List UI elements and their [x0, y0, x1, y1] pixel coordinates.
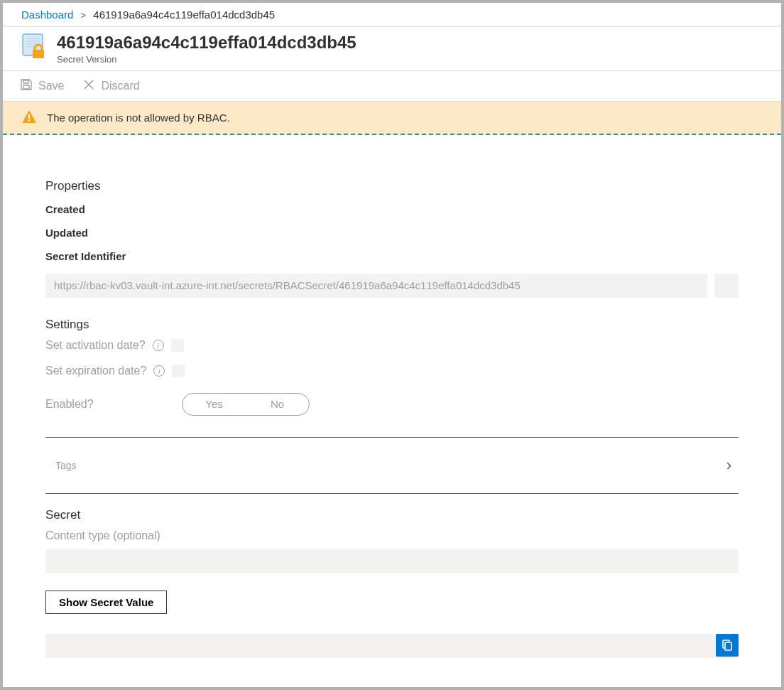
- svg-rect-6: [28, 114, 30, 119]
- svg-rect-5: [33, 50, 44, 58]
- set-expiration-date-label: Set expiration date?: [45, 365, 146, 377]
- created-label: Created: [45, 203, 739, 215]
- show-secret-value-button[interactable]: Show Secret Value: [45, 591, 167, 614]
- divider: [45, 493, 739, 494]
- warning-banner: The operation is not allowed by RBAC.: [3, 101, 781, 135]
- warning-icon: [21, 109, 37, 126]
- enabled-yes-option[interactable]: Yes: [183, 394, 246, 415]
- copy-identifier-button[interactable]: [714, 274, 739, 298]
- info-icon[interactable]: i: [153, 365, 165, 377]
- svg-rect-9: [725, 642, 731, 650]
- secret-heading: Secret: [45, 508, 739, 522]
- enabled-label: Enabled?: [45, 398, 182, 411]
- svg-rect-7: [28, 120, 30, 122]
- info-icon[interactable]: i: [153, 340, 164, 351]
- secret-identifier-field: https://rbac-kv03.vault-int.azure-int.ne…: [45, 274, 707, 298]
- save-label: Save: [38, 80, 64, 92]
- enabled-toggle[interactable]: Yes No: [182, 393, 310, 416]
- properties-heading: Properties: [45, 179, 739, 193]
- page-title: 461919a6a94c4c119effa014dcd3db45: [57, 33, 356, 53]
- content-type-label: Content type (optional): [45, 529, 739, 542]
- set-activation-date-checkbox[interactable]: [171, 339, 184, 352]
- secret-value-field: [45, 634, 739, 658]
- warning-message: The operation is not allowed by RBAC.: [47, 112, 230, 124]
- copy-secret-button[interactable]: [716, 634, 739, 657]
- breadcrumb-separator-icon: >: [81, 10, 87, 21]
- chevron-right-icon: ›: [726, 456, 731, 475]
- breadcrumb: Dashboard > 461919a6a94c4c119effa014dcd3…: [3, 3, 781, 27]
- settings-heading: Settings: [45, 318, 739, 332]
- keyvault-secret-icon: [20, 33, 48, 61]
- close-icon: [82, 78, 95, 94]
- toolbar: Save Discard: [3, 71, 781, 101]
- page-subtitle: Secret Version: [57, 54, 356, 65]
- breadcrumb-current: 461919a6a94c4c119effa014dcd3db45: [93, 9, 275, 21]
- tags-row[interactable]: Tags ›: [45, 438, 739, 493]
- content-type-field[interactable]: [45, 549, 739, 573]
- breadcrumb-dashboard-link[interactable]: Dashboard: [21, 9, 73, 21]
- set-expiration-date-checkbox[interactable]: [172, 365, 185, 377]
- save-button[interactable]: Save: [17, 75, 67, 97]
- updated-label: Updated: [45, 227, 739, 239]
- save-icon: [20, 78, 33, 94]
- page-header: 461919a6a94c4c119effa014dcd3db45 Secret …: [3, 27, 781, 71]
- enabled-no-option[interactable]: No: [246, 394, 309, 415]
- tags-label: Tags: [55, 460, 77, 471]
- discard-button[interactable]: Discard: [80, 75, 142, 97]
- copy-icon: [721, 639, 734, 652]
- discard-label: Discard: [101, 80, 139, 92]
- secret-identifier-label: Secret Identifier: [45, 250, 739, 262]
- set-activation-date-label: Set activation date?: [45, 339, 146, 352]
